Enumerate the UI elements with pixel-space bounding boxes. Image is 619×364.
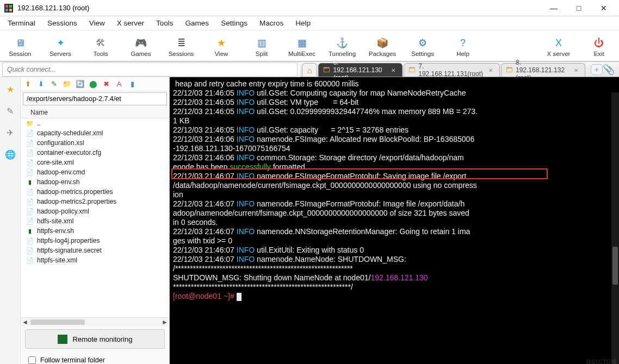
file-row[interactable]: 📄hadoop-metrics2.properties (21, 197, 169, 206)
file-row[interactable]: ▮hadoop-env.sh (21, 177, 169, 187)
vscroll-thumb[interactable] (612, 247, 618, 285)
sftp-tool-7[interactable]: A (114, 79, 124, 89)
toolbar-label: Exit (593, 51, 604, 57)
vtab-1[interactable]: ✎ (3, 103, 18, 118)
sftp-tool-1[interactable]: ⬇ (36, 79, 46, 89)
file-row[interactable]: 📄hadoop-env.cmd (21, 167, 169, 177)
file-row[interactable]: 📄hadoop-policy.xml (21, 206, 169, 216)
sftp-tool-0[interactable]: ⬆ (23, 79, 33, 89)
file-name: core-site.xml (37, 159, 74, 166)
sftp-tool-6[interactable]: ✖ (101, 79, 111, 89)
home-icon: ⌂ (307, 66, 312, 75)
side-vertical-tabs: ★✎✈🌐 (0, 77, 21, 364)
vtab-3[interactable]: 🌐 (3, 147, 18, 162)
toolbar-settings[interactable]: ⚙Settings (408, 36, 437, 57)
quick-connect-input[interactable] (2, 62, 298, 77)
sftp-tool-2[interactable]: ✎ (49, 79, 59, 89)
maximize-button[interactable]: □ (571, 2, 586, 14)
toolbar-view[interactable]: ★View (207, 36, 236, 57)
toolbar-label: View (215, 51, 228, 57)
tab-close-icon[interactable]: ✕ (391, 67, 395, 73)
toolbar-tools[interactable]: 🛠Tools (86, 36, 115, 57)
remote-monitoring-button[interactable]: ▁ Remote monitoring (25, 329, 165, 349)
toolbar-split[interactable]: ▥Split (247, 36, 276, 57)
minimize-button[interactable]: — (546, 2, 561, 14)
toolbar-label: Settings (411, 51, 434, 57)
file-name: capacity-scheduler.xml (37, 129, 103, 137)
session-icon: 🖥 (14, 36, 27, 49)
packages-icon: 📦 (376, 36, 389, 49)
file-name: httpfs-site.xml (37, 256, 77, 264)
toolbar-session[interactable]: 🖥Session (5, 36, 35, 57)
tab-add-button[interactable]: + (591, 64, 603, 75)
follow-terminal-checkbox[interactable] (28, 356, 36, 364)
sftp-toolbar: ⬆⬇✎📁🔄⬤✖A▮ (21, 77, 169, 91)
file-row[interactable]: 📁.. (21, 118, 169, 128)
file-row[interactable]: 📄httpfs-site.xml (21, 255, 169, 265)
vtab-0[interactable]: ★ (3, 81, 18, 97)
file-row[interactable]: 📄capacity-scheduler.xml (21, 128, 169, 138)
file-list-header[interactable]: Name (21, 106, 169, 118)
sftp-tool-4[interactable]: 🔄 (75, 79, 85, 89)
file-row[interactable]: 📄hadoop-metrics.properties (21, 187, 169, 197)
sftp-tool-8[interactable]: ▮ (127, 79, 137, 89)
sftp-path-input[interactable] (23, 92, 167, 105)
toolbar-label: Session (9, 51, 32, 57)
scroll-thumb[interactable] (30, 319, 85, 325)
menu-settings[interactable]: Settings (221, 19, 247, 27)
menu-games[interactable]: Games (185, 19, 209, 27)
column-name: Name (30, 109, 48, 116)
menu-x-server[interactable]: X server (117, 19, 144, 27)
toolbar-tunneling[interactable]: ⚓Tunneling (327, 36, 357, 57)
file-row[interactable]: 📄core-site.xml (21, 158, 169, 167)
menu-sessions[interactable]: Sessions (47, 19, 77, 27)
paperclip-icon[interactable]: 📎 (603, 64, 615, 76)
menu-tools[interactable]: Tools (156, 19, 174, 27)
toolbar-exit[interactable]: ⏻Exit (584, 36, 614, 57)
file-icon: ▮ (26, 178, 34, 186)
file-row[interactable]: 📄configuration.xsl (21, 138, 169, 148)
file-row[interactable]: 📄container-executor.cfg (21, 148, 169, 158)
toolbar-servers[interactable]: ✦Servers (46, 36, 75, 57)
toolbar-x-server[interactable]: XX server (544, 36, 573, 57)
scroll-left-icon[interactable]: ◄ (21, 318, 29, 326)
tab-close-icon[interactable]: ✕ (488, 67, 493, 73)
terminal-output[interactable]: heap and retry cache entry expiry time i… (170, 77, 619, 364)
menu-macros[interactable]: Macros (259, 19, 283, 27)
file-icon: 📁 (26, 120, 34, 127)
tab-session-0[interactable]: 🗔6. 192.168.121.130 (root)✕ (318, 63, 403, 77)
toolbar-sessions[interactable]: ≣Sessions (166, 36, 196, 57)
menu-view[interactable]: View (89, 19, 105, 27)
vtab-2[interactable]: ✈ (3, 125, 18, 140)
file-row[interactable]: 📄httpfs-signature.secret (21, 246, 169, 255)
toolbar-help[interactable]: ?Help (448, 36, 478, 57)
tab-session-2[interactable]: 🗔8. 192.168.121.132 (root)✕ (501, 63, 585, 77)
file-row[interactable]: ▮httpfs-env.sh (21, 226, 169, 236)
file-name: hadoop-metrics2.properties (37, 198, 116, 205)
hscrollbar[interactable]: ◄ ► (21, 317, 169, 326)
tab-session-1[interactable]: 🗔7. 192.168.121.131(root)✕ (404, 63, 500, 77)
settings-icon: ⚙ (416, 36, 429, 49)
file-row[interactable]: 📄hdfs-site.xml (21, 216, 169, 226)
toolbar-packages[interactable]: 📦Packages (368, 36, 397, 57)
file-list[interactable]: 📁..📄capacity-scheduler.xml📄configuration… (21, 118, 169, 317)
close-button[interactable]: ✕ (596, 2, 611, 14)
toolbar-games[interactable]: 🎮Games (126, 36, 156, 57)
terminal-vscrollbar[interactable] (611, 92, 619, 364)
menu-terminal[interactable]: Terminal (8, 19, 35, 27)
terminal-pane: heap and retry cache entry expiry time i… (170, 77, 619, 364)
scroll-right-icon[interactable]: ► (160, 318, 169, 326)
toolbar-multiexec[interactable]: ▦MultiExec (287, 36, 317, 57)
sftp-tool-5[interactable]: ⬤ (88, 79, 98, 89)
tab-close-icon[interactable]: ✕ (574, 67, 578, 73)
toolbar-label: Packages (369, 51, 397, 57)
file-row[interactable]: 📄httpfs-log4j.properties (21, 236, 169, 246)
terminal-cursor (237, 293, 242, 301)
file-icon: 📄 (26, 256, 34, 264)
window-title: 192.168.121.130 (root) (17, 4, 546, 12)
tab-home[interactable]: ⌂ (302, 63, 317, 77)
menu-help[interactable]: Help (295, 19, 311, 27)
sftp-tool-3[interactable]: 📁 (62, 79, 72, 89)
svg-rect-1 (5, 5, 8, 8)
file-icon: 📄 (26, 208, 34, 215)
